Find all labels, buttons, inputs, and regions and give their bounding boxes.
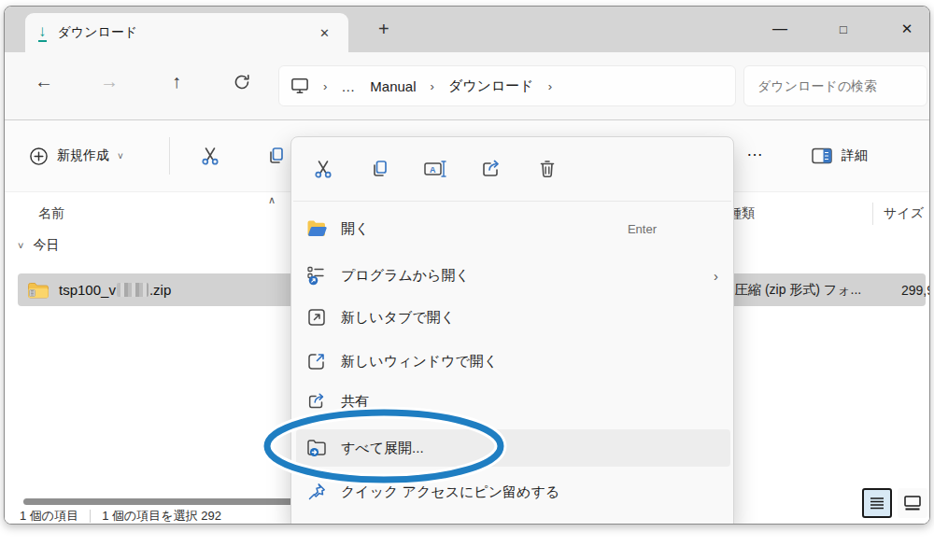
details-pane-icon — [812, 147, 832, 164]
delete-icon — [536, 158, 559, 180]
see-more-button[interactable]: … — [746, 141, 765, 161]
rename-button[interactable]: A — [415, 148, 456, 189]
menu-divider — [293, 201, 731, 202]
cut-icon — [312, 158, 334, 180]
share-button[interactable] — [471, 148, 512, 189]
toolbar-divider — [169, 137, 170, 175]
column-header-size[interactable]: サイズ — [884, 198, 924, 230]
file-size: 299,9 — [901, 283, 930, 298]
menu-item-pin-quick-access[interactable]: クイック アクセスにピン留めする — [296, 473, 730, 511]
file-name: tsp100_v .zip — [59, 282, 171, 298]
tab-close-icon[interactable]: ✕ — [314, 24, 335, 42]
status-divider — [90, 510, 91, 523]
context-menu-icon-row: A — [299, 145, 568, 193]
search-input[interactable] — [744, 66, 927, 105]
redacted-text — [117, 283, 149, 297]
share-icon — [306, 391, 327, 412]
rename-icon: A — [423, 158, 447, 180]
sort-ascending-icon: ∧ — [268, 194, 276, 206]
zip-folder-icon — [27, 281, 50, 300]
item-count: 1 個の項目 — [20, 508, 78, 525]
menu-item-open-with[interactable]: プログラムから開く › — [296, 257, 730, 294]
details-view-icon — [869, 495, 885, 511]
group-row-today[interactable]: ˅ 今日 — [18, 237, 59, 254]
menu-item-extract-all[interactable]: すべて展開... — [296, 429, 730, 467]
new-item-label: 新規作成 — [57, 147, 109, 164]
copy-icon — [368, 158, 390, 180]
shortcut-label: Enter — [628, 222, 657, 236]
open-new-tab-icon — [306, 307, 327, 328]
selection-info: 1 個の項目を選択 292 — [102, 508, 221, 525]
breadcrumb-ellipsis[interactable]: … — [341, 78, 356, 94]
group-label: 今日 — [33, 237, 59, 254]
search-box[interactable] — [743, 65, 927, 106]
extract-all-icon — [306, 438, 327, 458]
breadcrumb-item-manual[interactable]: Manual — [370, 78, 416, 94]
download-icon: ↓ — [38, 23, 47, 42]
refresh-icon — [233, 73, 251, 91]
menu-item-open[interactable]: 開く Enter — [296, 210, 730, 247]
navigation-bar: ← → ↑ › … Manual › ダウンロード › — [5, 52, 929, 119]
menu-item-open-new-tab[interactable]: 新しいタブで開く — [296, 299, 730, 336]
file-name-prefix: tsp100_v — [59, 282, 116, 298]
context-menu: A — [290, 136, 734, 525]
explorer-window: ↓ ダウンロード ✕ + — □ ✕ ← → ↑ — [4, 6, 930, 525]
forward-button[interactable]: → — [94, 71, 124, 92]
copy-button[interactable] — [262, 143, 289, 169]
up-button[interactable]: ↑ — [162, 71, 191, 92]
screenshot-canvas: ↓ ダウンロード ✕ + — □ ✕ ← → ↑ — [0, 0, 934, 560]
this-pc-icon — [290, 77, 309, 94]
tab-downloads[interactable]: ↓ ダウンロード ✕ — [25, 13, 348, 52]
open-folder-icon — [306, 218, 327, 239]
chevron-down-icon: ˅ — [18, 240, 23, 251]
details-view-button[interactable] — [862, 488, 892, 518]
tab-title: ダウンロード — [58, 24, 315, 41]
plus-circle-icon — [29, 147, 49, 166]
details-pane-label: 詳細 — [842, 147, 868, 164]
minimize-button[interactable]: — — [767, 16, 793, 42]
file-type: 圧縮 (zip 形式) フォ... — [735, 282, 861, 299]
cut-icon — [199, 145, 221, 167]
chevron-right-icon: › — [323, 79, 327, 93]
chevron-down-icon: ˅ — [118, 151, 123, 161]
address-bar[interactable]: › … Manual › ダウンロード › — [278, 65, 736, 106]
tiles-view-button[interactable] — [898, 488, 927, 518]
pin-icon — [306, 482, 327, 502]
delete-button[interactable] — [527, 148, 568, 189]
share-icon — [480, 158, 502, 180]
copy-icon — [264, 145, 287, 167]
refresh-button[interactable] — [227, 73, 257, 96]
breadcrumb-item-downloads[interactable]: ダウンロード — [448, 77, 534, 95]
back-button[interactable]: ← — [29, 71, 59, 92]
file-name-suffix: .zip — [149, 282, 171, 298]
tab-strip: ↓ ダウンロード ✕ + — □ ✕ — [5, 7, 929, 52]
tiles-view-icon — [903, 495, 922, 511]
open-new-window-icon — [306, 351, 327, 371]
svg-text:A: A — [430, 165, 436, 175]
cut-button[interactable] — [197, 143, 223, 169]
new-item-button[interactable]: 新規作成 ˅ — [21, 139, 131, 173]
column-header-name[interactable]: 名前 — [38, 198, 64, 230]
menu-item-open-new-window[interactable]: 新しいウィンドウで開く — [296, 343, 730, 380]
cut-button[interactable] — [303, 148, 344, 189]
chevron-right-icon: › — [431, 79, 434, 93]
copy-button[interactable] — [359, 148, 400, 189]
new-tab-button[interactable]: + — [371, 17, 397, 42]
maximize-button[interactable]: □ — [830, 16, 856, 42]
chevron-right-icon: › — [548, 79, 552, 93]
details-pane-button[interactable]: 詳細 — [812, 139, 868, 173]
menu-item-share[interactable]: 共有 — [296, 383, 730, 420]
submenu-chevron-icon: › — [714, 268, 718, 284]
close-button[interactable]: ✕ — [894, 16, 920, 42]
open-with-icon — [306, 265, 327, 286]
column-divider[interactable] — [872, 203, 873, 225]
